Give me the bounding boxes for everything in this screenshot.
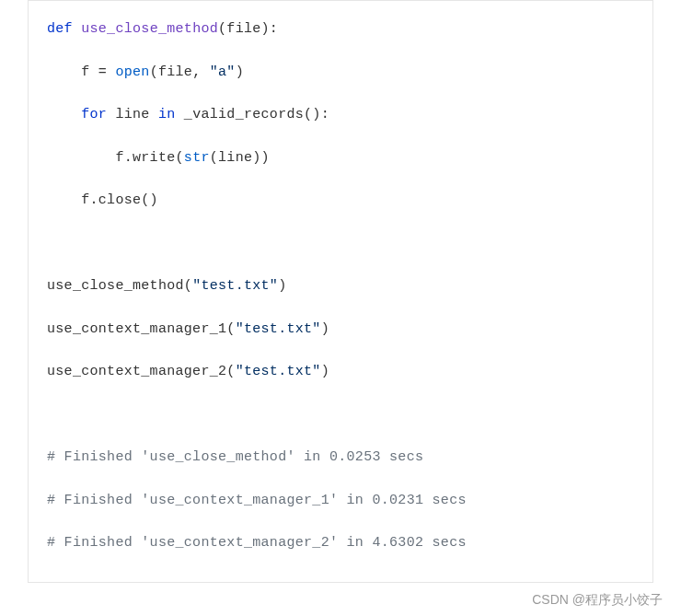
function-call: use_close_method( (47, 278, 192, 294)
string-literal: "test.txt" (236, 364, 321, 379)
comment-line: # Finished 'use_context_manager_2' in 4.… (47, 533, 634, 554)
code-line: f = open(file, "a") (47, 63, 634, 84)
function-call: use_context_manager_1( (47, 321, 236, 337)
code-line: use_context_manager_2("test.txt") (47, 362, 634, 383)
code-line (47, 234, 634, 255)
code-text: _valid_records(): (176, 107, 329, 122)
code-text: line (107, 107, 158, 122)
code-text: f.close() (47, 192, 158, 208)
code-text: f = (47, 64, 115, 80)
builtin-str: str (184, 150, 210, 166)
code-line: for line in _valid_records(): (47, 105, 634, 126)
code-text: (file, (150, 64, 210, 80)
builtin-open: open (115, 64, 149, 80)
code-line: use_context_manager_1("test.txt") (47, 320, 634, 341)
string-literal: "test.txt" (192, 278, 278, 294)
function-name: use_close_method (81, 21, 218, 37)
string-literal: "test.txt" (236, 321, 321, 337)
code-line (47, 405, 634, 426)
code-text: f.write( (47, 150, 184, 166)
code-text: ) (236, 64, 244, 80)
attribution-text: CSDN @程序员小饺子 (532, 592, 663, 609)
keyword-in: in (158, 107, 176, 122)
code-line: f.write(str(line)) (47, 148, 634, 169)
code-line: f.close() (47, 191, 634, 212)
code-block: def use_close_method(file): f = open(fil… (28, 0, 653, 583)
code-line: use_close_method("test.txt") (47, 276, 634, 297)
string-literal: "a" (210, 64, 236, 80)
keyword-def: def (47, 21, 73, 37)
function-call: use_context_manager_2( (47, 364, 236, 379)
code-line: def use_close_method(file): (47, 19, 634, 41)
code-text (47, 107, 81, 122)
comment-line: # Finished 'use_context_manager_1' in 0.… (47, 491, 634, 512)
comment-line: # Finished 'use_close_method' in 0.0253 … (47, 447, 634, 469)
code-text: ) (321, 321, 329, 337)
code-text: ) (278, 278, 286, 294)
code-text: (line)) (210, 150, 270, 166)
code-text: (file): (218, 21, 278, 37)
keyword-for: for (81, 107, 107, 122)
code-text: ) (321, 364, 329, 379)
